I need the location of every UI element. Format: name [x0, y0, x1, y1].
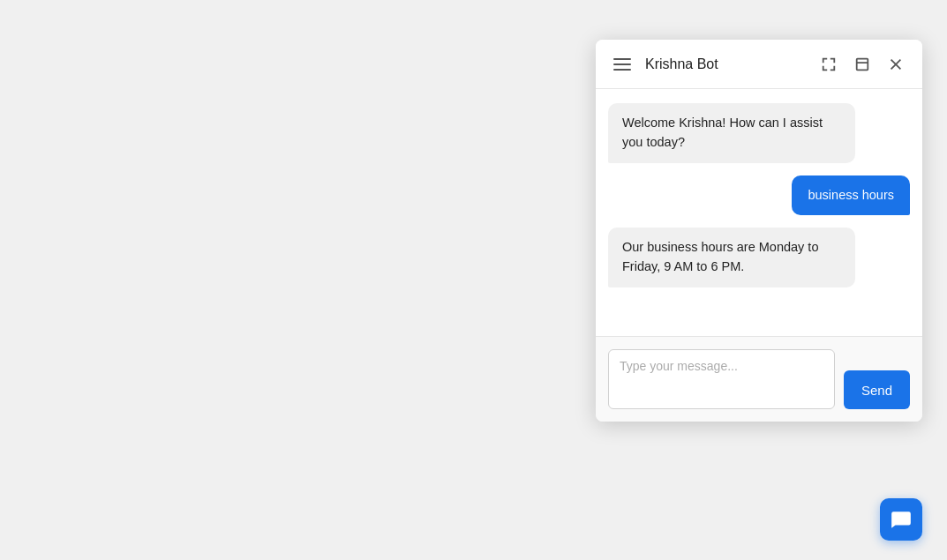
chat-title: Krishna Bot	[645, 56, 806, 72]
message-2: business hours	[608, 175, 910, 216]
header-actions	[816, 52, 908, 77]
bot-bubble-1: Welcome Krishna! How can I assist you to…	[608, 103, 855, 163]
minimize-icon	[854, 56, 870, 72]
menu-icon	[612, 58, 633, 71]
send-button[interactable]: Send	[844, 370, 910, 409]
chat-fab-icon	[890, 508, 913, 531]
chat-messages: Welcome Krishna! How can I assist you to…	[596, 89, 922, 336]
expand-icon	[821, 56, 837, 72]
svg-rect-0	[857, 58, 868, 70]
minimize-button[interactable]	[850, 52, 875, 77]
close-icon	[888, 56, 904, 72]
expand-button[interactable]	[816, 52, 841, 77]
menu-button[interactable]	[610, 52, 635, 77]
message-1: Welcome Krishna! How can I assist you to…	[608, 103, 910, 163]
user-bubble-1: business hours	[792, 175, 910, 216]
chat-header: Krishna Bot	[596, 40, 922, 89]
close-button[interactable]	[883, 52, 908, 77]
chat-fab-button[interactable]	[880, 498, 922, 541]
bot-bubble-2: Our business hours are Monday to Friday,…	[608, 228, 855, 287]
message-input[interactable]	[608, 349, 835, 409]
chat-widget: Krishna Bot	[596, 40, 922, 422]
messages-wrapper: Welcome Krishna! How can I assist you to…	[596, 89, 922, 336]
chat-input-area: Send	[596, 336, 922, 422]
message-3: Our business hours are Monday to Friday,…	[608, 228, 910, 287]
